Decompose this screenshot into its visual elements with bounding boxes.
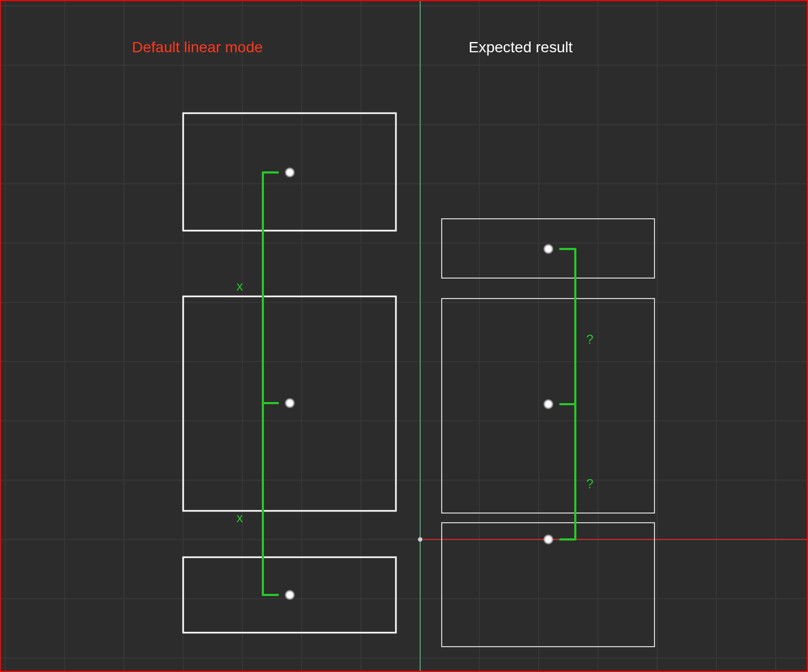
title-right: Expected result [469,39,573,56]
origin-dot [418,537,422,542]
distance-label: x [236,279,243,293]
diagram-canvas: xx?? Default linear mode Expected result [0,0,808,672]
distance-label: ? [586,476,593,491]
anchor-dot [546,537,551,542]
anchor-dot [287,592,292,598]
title-left: Default linear mode [132,39,263,56]
distance-label: ? [586,332,593,347]
diagram-svg: xx?? [0,0,808,672]
anchor-dot [546,246,551,252]
anchor-dot [287,170,292,175]
bg [0,0,808,672]
distance-label: x [236,510,243,525]
anchor-dot [287,400,292,406]
anchor-dot [546,401,551,407]
